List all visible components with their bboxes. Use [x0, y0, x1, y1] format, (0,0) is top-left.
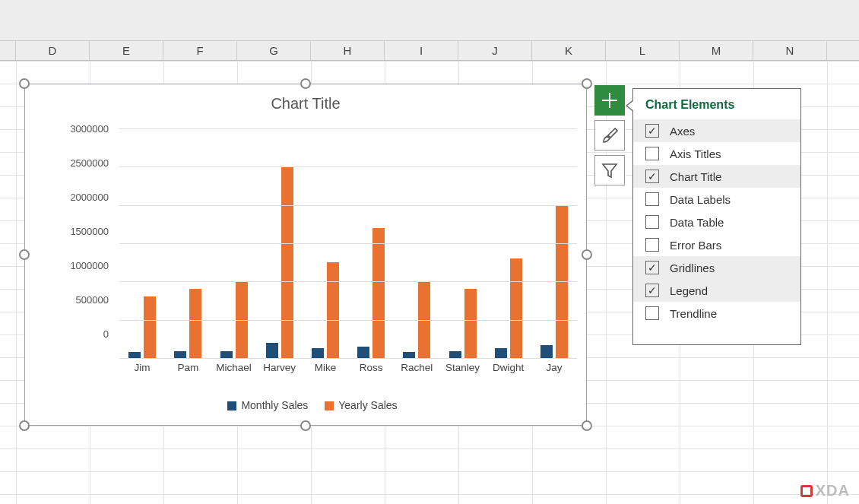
x-tick-label: Jay — [531, 362, 577, 373]
column-header[interactable]: G — [237, 41, 311, 60]
chart-gridline — [119, 243, 577, 244]
checkbox[interactable] — [645, 238, 659, 252]
y-tick-label: 500000 — [76, 294, 109, 306]
column-header[interactable]: K — [532, 41, 606, 60]
resize-handle-bl[interactable] — [19, 420, 30, 431]
checkbox[interactable]: ✓ — [645, 261, 659, 274]
x-tick-label: Harvey — [257, 362, 303, 373]
column-header[interactable]: F — [163, 41, 237, 60]
bar-monthly-sales[interactable] — [266, 343, 278, 358]
chart-element-label: Chart Title — [670, 170, 721, 183]
chart-element-label: Axes — [670, 125, 695, 138]
ribbon-placeholder — [0, 0, 859, 41]
bar-yearly-sales[interactable] — [464, 289, 477, 358]
bar-monthly-sales[interactable] — [128, 352, 141, 358]
x-tick-label: Dwight — [486, 362, 531, 373]
column-header[interactable]: M — [680, 41, 753, 60]
bar-monthly-sales[interactable] — [174, 351, 186, 358]
resize-handle-tr[interactable] — [582, 78, 592, 89]
chart-element-label: Trendline — [670, 307, 717, 320]
bar-yearly-sales[interactable] — [510, 258, 522, 358]
resize-handle-br[interactable] — [582, 420, 592, 431]
chart-styles-button[interactable] — [594, 120, 625, 151]
legend-swatch-1 — [227, 401, 236, 410]
checkbox[interactable] — [645, 192, 659, 206]
chart-element-label: Error Bars — [670, 239, 721, 252]
bar-monthly-sales[interactable] — [540, 345, 553, 358]
bar-yearly-sales[interactable] — [372, 228, 385, 358]
gridline-h — [0, 494, 859, 495]
resize-handle-ml[interactable] — [19, 249, 30, 260]
chart-elements-callout[interactable]: Chart Elements ✓AxesAxis Titles✓Chart Ti… — [632, 88, 801, 345]
bar-monthly-sales[interactable] — [312, 348, 324, 358]
column-header[interactable]: E — [90, 41, 163, 60]
chart-element-label: Data Labels — [670, 193, 731, 206]
checkbox[interactable] — [645, 147, 659, 160]
chart-plot-area[interactable]: 0500000100000015000002000000250000030000… — [62, 122, 577, 372]
checkbox[interactable] — [645, 306, 659, 320]
x-tick-label: Mike — [303, 362, 348, 373]
resize-handle-tl[interactable] — [19, 78, 30, 89]
column-header[interactable]: I — [385, 41, 458, 60]
x-tick-label: Michael — [211, 362, 256, 373]
gridline-v — [827, 61, 828, 504]
embedded-chart[interactable]: Chart Title 0500000100000015000002000000… — [24, 84, 587, 426]
row-header-gutter — [0, 41, 16, 60]
watermark-text: XDA — [816, 482, 850, 499]
chart-element-option[interactable]: Data Labels — [633, 188, 800, 211]
resize-handle-mr[interactable] — [582, 249, 592, 260]
watermark: XDA — [800, 482, 850, 499]
chart-element-option[interactable]: ✓Axes — [633, 119, 800, 142]
gridline-h — [0, 471, 859, 472]
column-header[interactable]: H — [311, 41, 385, 60]
bar-yearly-sales[interactable] — [281, 166, 293, 358]
chart-gridline — [119, 205, 577, 206]
chart-element-option[interactable]: ✓Chart Title — [633, 165, 800, 188]
chart-element-option[interactable]: ✓Gridlines — [633, 256, 800, 279]
checkbox[interactable] — [645, 215, 659, 229]
resize-handle-tc[interactable] — [300, 78, 311, 89]
chart-element-option[interactable]: Trendline — [633, 302, 800, 325]
bar-yearly-sales[interactable] — [189, 289, 201, 358]
bar-monthly-sales[interactable] — [220, 351, 233, 358]
callout-list: ✓AxesAxis Titles✓Chart TitleData LabelsD… — [633, 119, 800, 325]
chart-gridline — [119, 320, 577, 321]
y-tick-label: 3000000 — [70, 123, 109, 135]
chart-gridline — [119, 166, 577, 167]
bar-monthly-sales[interactable] — [495, 348, 507, 358]
bar-yearly-sales[interactable] — [144, 296, 156, 358]
bar-monthly-sales[interactable] — [357, 347, 369, 358]
resize-handle-bc[interactable] — [300, 420, 311, 431]
chart-elements-button[interactable] — [594, 85, 625, 116]
y-tick-label: 2000000 — [70, 192, 109, 203]
bar-monthly-sales[interactable] — [449, 351, 461, 358]
chart-element-label: Data Table — [670, 216, 724, 229]
chart-legend[interactable]: Monthly Sales Yearly Sales — [25, 399, 586, 411]
chart-side-controls — [594, 85, 625, 185]
column-header[interactable]: N — [753, 41, 827, 60]
chart-filter-button[interactable] — [594, 155, 625, 185]
callout-title: Chart Elements — [633, 89, 800, 119]
chart-element-option[interactable]: Data Table — [633, 211, 800, 233]
chart-element-option[interactable]: Error Bars — [633, 233, 800, 256]
chart-gridline — [119, 358, 577, 359]
column-header[interactable]: D — [16, 41, 90, 60]
x-tick-label: Ross — [348, 362, 394, 373]
bar-monthly-sales[interactable] — [403, 352, 415, 358]
y-tick-label: 1000000 — [70, 260, 109, 271]
plot-region — [119, 128, 577, 358]
column-header[interactable]: J — [458, 41, 532, 60]
chart-gridline — [119, 281, 577, 282]
chart-element-label: Axis Titles — [670, 147, 721, 160]
chart-element-option[interactable]: Axis Titles — [633, 142, 800, 165]
y-tick-label: 1500000 — [70, 226, 109, 237]
checkbox[interactable]: ✓ — [645, 170, 659, 183]
gridline-h — [0, 61, 859, 62]
column-header[interactable]: L — [606, 41, 680, 60]
chart-element-option[interactable]: ✓Legend — [633, 279, 800, 302]
checkbox[interactable]: ✓ — [645, 124, 659, 138]
bar-yearly-sales[interactable] — [327, 262, 339, 358]
legend-label-2: Yearly Sales — [338, 399, 397, 411]
checkbox[interactable]: ✓ — [645, 284, 659, 297]
chart-title[interactable]: Chart Title — [25, 95, 586, 113]
